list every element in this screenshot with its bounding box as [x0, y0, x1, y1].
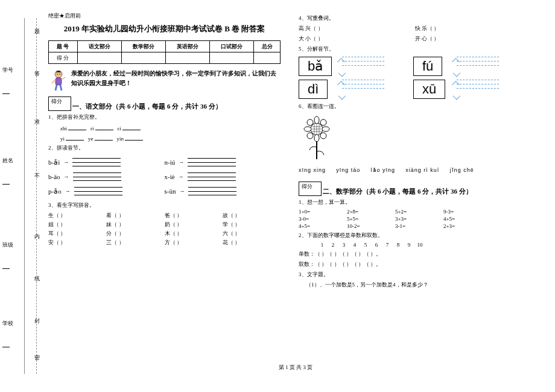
svg-point-2	[59, 74, 60, 75]
section-row: 得分 二、数学部分（共 6 小题，每题 6 分，共计 36 分）	[299, 182, 531, 196]
syllable-box: fú	[413, 57, 442, 76]
svg-point-13	[307, 119, 313, 125]
svg-line-6	[56, 85, 57, 90]
q4: 4、写重叠词。	[299, 14, 531, 22]
m-q1: 1、想一想，算一算。	[299, 198, 531, 206]
syll: b-āo	[48, 173, 60, 180]
svg-point-16	[320, 133, 326, 139]
eq: 10-2=	[347, 223, 395, 229]
pinyin-stem: ci	[118, 125, 122, 131]
section-2-title: 二、数学部分（共 6 小题，每题 6 分，共计 36 分）	[323, 188, 472, 195]
syllable-cell: dì	[299, 80, 389, 99]
num: 2	[328, 242, 338, 248]
char-cell: 方（	[165, 239, 176, 245]
left-column: 绝密★启用前 2019 年实验幼儿园幼升小衔接班期中考试试卷 B 卷 附答案 题…	[48, 12, 281, 248]
page-footer: 第 1 页 共 3 页	[48, 364, 543, 371]
eq: 4+5=	[443, 216, 492, 222]
q3: 3、看生字写拼音。	[48, 201, 281, 209]
even-label: 双数：（	[299, 261, 320, 267]
eq: 4+5=	[299, 223, 347, 229]
writing-line	[72, 158, 121, 166]
syll: b-ǎi	[48, 159, 60, 166]
svg-point-15	[307, 133, 313, 139]
odd-line: 单数：（ ）（ ）（ ）（ ）（ ）。	[299, 250, 531, 258]
sunflower-icon	[299, 114, 531, 163]
pinyin-stem: yin	[117, 136, 124, 142]
char-cell: 看（	[106, 212, 117, 218]
score-table: 题 号 语文部分 数学部分 英语部分 口试部分 总分 得 分	[48, 40, 281, 64]
secret-line: 绝密★启用前	[48, 12, 281, 20]
section-row: 得分 一、语文部分（共 6 小题，每题 6 分，共计 36 分）	[48, 96, 281, 111]
svg-point-12	[322, 127, 329, 131]
char-cell: 分（	[106, 230, 117, 236]
q1-line-a: zhi ri ci	[48, 124, 281, 131]
arrow-icon	[64, 174, 69, 180]
binding-margin: 题 答 准 不 内 线 封 密 学号 姓名 班级 学校	[0, 0, 48, 392]
m-q2: 2、下面的数字哪些是单数和双数。	[299, 232, 531, 239]
writing-line	[74, 187, 122, 195]
syllable-cell: xū	[413, 80, 504, 99]
num: 8	[393, 242, 404, 248]
arrow-icon	[63, 159, 69, 165]
svg-line-5	[62, 77, 65, 80]
m-q3a: （1）、一个加数是5，另一个加数是4，和是多少？	[299, 281, 531, 289]
writing-line	[188, 187, 236, 195]
redup-cell: 快 乐（	[415, 25, 433, 31]
even-line: 双数：（ ）（ ）（ ）（ ）（ ）。	[299, 261, 531, 268]
syllable-row: dì xū	[299, 80, 531, 99]
binding-label-xingming: 姓名	[2, 157, 13, 186]
binding-label-banji: 班级	[2, 241, 13, 270]
label-text: 学校	[2, 320, 13, 326]
syll: s-ūn	[165, 188, 176, 195]
pinyin-stem: zhi	[60, 125, 67, 131]
binding-label-xuehao: 学号	[2, 66, 13, 95]
binding-label-xuexiao: 学校	[2, 320, 13, 349]
exam-title: 2019 年实验幼儿园幼升小衔接班期中考试试卷 B 卷 附答案	[48, 24, 281, 34]
svg-point-11	[304, 127, 311, 131]
section-1-title: 一、语文部分（共 6 小题，每题 6 分，共计 36 分）	[72, 103, 222, 110]
syllable-box: xū	[413, 80, 445, 99]
redup-cell: 开 心（	[415, 36, 433, 42]
page-content: 绝密★启用前 2019 年实验幼儿园幼升小衔接班期中考试试卷 B 卷 附答案 题…	[48, 12, 543, 374]
eq: 2+3=	[443, 223, 492, 229]
pinyin-words: xīng xing yīng táo lǎo yīng xiàng rì kuí…	[299, 167, 531, 173]
arrow-icon	[179, 159, 184, 165]
redup-cell: 高 兴（	[299, 25, 316, 31]
eq: 5+5=	[347, 216, 395, 222]
score-minibox: 得分	[48, 96, 71, 111]
m-q3: 3、文字题。	[299, 271, 531, 279]
label-text: 班级	[2, 242, 13, 248]
score-minibox: 得分	[299, 182, 322, 196]
table-row: 得 分	[49, 52, 281, 64]
eq: 3-1=	[395, 223, 443, 229]
eq: 1+0=	[299, 209, 347, 215]
pinyin-rows: b-ǎi n-iú b-āo x-iè p-ǎo s-ūn	[48, 158, 281, 195]
redup-cell: 大 小（	[299, 36, 316, 42]
pw: xiàng rì kuí	[405, 167, 439, 173]
num: 3	[338, 242, 349, 248]
char-cell: 爸（	[165, 212, 176, 218]
svg-point-10	[314, 134, 319, 142]
pw: jǐng chē	[450, 167, 474, 173]
table-row: 题 号 语文部分 数学部分 英语部分 口试部分 总分	[49, 41, 281, 52]
arrow-icon	[179, 174, 184, 180]
th: 总分	[254, 41, 281, 52]
th: 语文部分	[77, 41, 121, 52]
q2: 2、拼读音节。	[48, 144, 281, 152]
right-column: 4、写重叠词。 高 兴（ ）快 乐（ ） 大 小（ ）开 心（ ） 5、分解音节…	[299, 12, 531, 291]
th: 口试部分	[209, 41, 253, 52]
svg-point-9	[314, 116, 319, 124]
writing-line	[73, 172, 121, 181]
syllable-box: bǎ	[299, 57, 332, 76]
q1: 1、把拼音补充完整。	[48, 113, 281, 121]
char-cell: 安（	[48, 239, 59, 245]
char-cell: 木（	[165, 230, 176, 236]
pw: yīng táo	[336, 167, 360, 173]
svg-point-14	[320, 119, 326, 125]
pinyin-stem: yi	[60, 136, 65, 142]
syllable-cell: bǎ	[299, 57, 389, 76]
char-cell: 故（	[223, 212, 233, 218]
svg-point-1	[57, 74, 58, 75]
intro-block: 亲爱的小朋友，经过一段时间的愉快学习，你一定学到了许多知识，让我们去知识乐园大显…	[48, 69, 281, 93]
char-cell: 三（	[106, 239, 117, 245]
